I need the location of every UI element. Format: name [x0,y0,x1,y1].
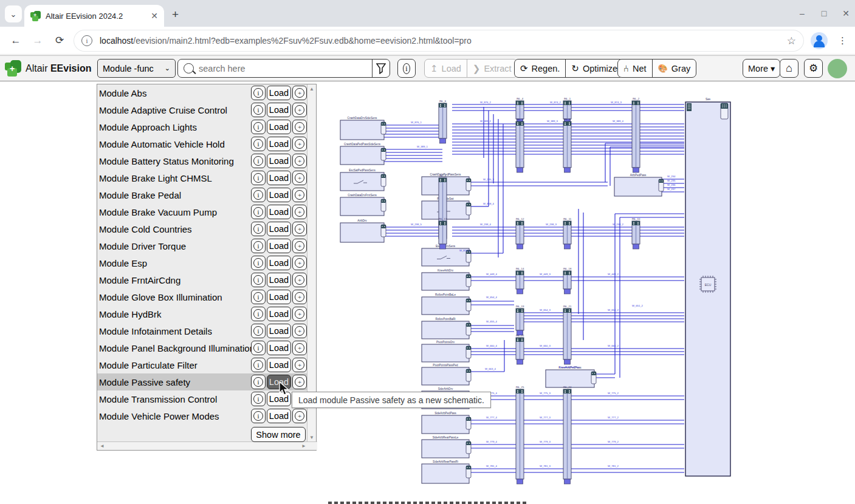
inline-connector-INL_12[interactable]: INL_12 [516,217,524,249]
inline-connector-INL_14[interactable]: INL_14 [516,267,524,294]
component-RollovPointBaRi[interactable]: RollovPointBaRi [422,318,471,339]
module-row[interactable]: Module Cold CountriesiLoad+ [97,220,308,237]
module-row[interactable]: Module Brake Light CHMSLiLoad+ [97,169,308,186]
info-button[interactable]: i [397,59,416,78]
search-input[interactable] [194,64,372,73]
browser-tab[interactable]: + Altair EEvision 2024.2 ✕ [24,5,164,27]
inline-connector-INL_6[interactable]: INL_6 [439,100,447,143]
component-EscSatPedPassSens[interactable]: EscSatPedPassSens [340,169,386,191]
module-load-button[interactable]: Load [267,358,291,372]
module-load-button[interactable]: Load [267,205,291,219]
module-add-button[interactable]: + [292,188,307,202]
inline-connector-INL_13[interactable]: INL_13 [439,217,447,249]
module-row[interactable]: Module FrntAirCdngiLoad+ [97,271,308,288]
module-info-button[interactable]: i [251,205,266,219]
module-row[interactable]: Module EspiLoad+ [97,254,308,271]
module-info-button[interactable]: i [251,273,266,287]
inline-connector-INL_25[interactable]: INL_25 [516,386,524,484]
module-load-button[interactable]: Load [267,103,291,117]
module-load-button[interactable]: Load [267,86,291,100]
component-CrashDataDrvSideSens[interactable]: CrashDataDrvSideSens [340,117,386,140]
window-close-button[interactable]: ✕ [837,6,855,21]
url-omnibox[interactable]: i localhost/eevision/main2.html?edb=exam… [74,30,803,51]
module-add-button[interactable]: + [292,290,307,304]
bookmark-star-icon[interactable]: ☆ [787,35,796,47]
inline-connector-INL_8[interactable]: INL_8 [563,118,571,172]
module-info-button[interactable]: i [251,137,266,151]
module-info-button[interactable]: i [251,154,266,168]
module-info-button[interactable]: i [251,324,266,338]
module-info-button[interactable]: i [251,358,266,372]
horizontal-scrollbar[interactable]: ◄ ► [97,441,317,450]
component-KneeAirbDrv[interactable]: KneeAirbDrv [422,269,471,291]
module-load-button[interactable]: Load [267,222,291,236]
module-add-button[interactable]: + [292,409,307,423]
component-AirbDrv[interactable]: AirbDrv [340,219,386,243]
module-row[interactable]: Module AbsiLoad+ [97,84,308,101]
module-load-button[interactable]: Load [267,171,291,185]
inline-connector-INL_18[interactable]: INL_18 [563,267,572,294]
module-add-button[interactable]: + [292,86,307,100]
module-row[interactable]: Module Driver TorqueiLoad+ [97,237,308,254]
module-add-button[interactable]: + [292,103,307,117]
module-info-button[interactable]: i [251,392,266,406]
search-mode-select[interactable]: Module -func ⌄ [97,59,176,78]
component-PivotPointsDrv[interactable]: PivotPointsDrv [422,341,471,363]
url-text[interactable]: localhost/eevision/main2.html?edb=exampl… [100,36,782,46]
component-SideAirbRearPassLe[interactable]: SideAirbRearPassLe [422,436,471,458]
module-add-button[interactable]: + [292,307,307,321]
module-add-button[interactable]: + [292,256,307,270]
reload-button[interactable]: ⟳ [52,33,67,48]
module-row[interactable]: Module Adaptive Cruise ControliLoad+ [97,101,308,118]
component-CrashDataPedPassSideSens[interactable]: CrashDataPedPassSideSens [340,143,386,165]
profile-avatar[interactable] [811,32,828,49]
new-tab-button[interactable]: + [172,8,179,21]
module-load-button[interactable]: Load [267,341,291,355]
inline-connector-INL_11[interactable]: INL_11 [563,217,572,249]
scroll-up-icon[interactable]: ▲ [309,86,314,92]
module-row[interactable]: Module Brake Vacuum PumpiLoad+ [97,203,308,220]
module-add-button[interactable]: + [292,341,307,355]
module-info-button[interactable]: i [251,171,266,185]
regen-button[interactable]: ⟳Regen. [515,60,565,77]
module-add-button[interactable]: + [292,375,307,389]
module-add-button[interactable]: + [292,222,307,236]
module-row[interactable]: Module HydBrkiLoad+ [97,305,308,322]
module-load-button[interactable]: Load [267,324,291,338]
tab-search-button[interactable]: ⌄ [5,5,22,22]
module-row[interactable]: Module Infotainment DetailsiLoad+ [97,322,308,339]
component-SideAirbRearPassRi[interactable]: SideAirbRearPassRi [422,460,471,484]
scroll-right-icon[interactable]: ► [301,443,306,449]
window-maximize-button[interactable]: □ [815,6,833,21]
module-row[interactable]: Module Passive safetyiLoad+ [97,373,308,390]
module-info-button[interactable]: i [251,103,266,117]
module-load-button[interactable]: Load [267,120,291,134]
component-EscSatDrvSens[interactable]: EscSatDrvSens [422,245,471,267]
more-button[interactable]: More ▾ [743,59,780,78]
module-info-button[interactable]: i [251,409,266,423]
component-AirbPedPass[interactable]: AirbPedPass [614,174,664,197]
site-info-icon[interactable]: i [81,35,92,46]
inline-connector-INL_19[interactable]: INL_19 [516,305,524,335]
browser-menu-icon[interactable]: ⋮ [838,33,846,48]
home-button[interactable]: ⌂ [780,59,798,78]
module-add-button[interactable]: + [292,273,307,287]
module-load-button[interactable]: Load [267,307,291,321]
module-row[interactable]: Module Panel Background IlluminationiLoa… [97,339,308,356]
inline-connector-INL_10[interactable]: INL_10 [632,217,640,249]
module-info-button[interactable]: i [251,222,266,236]
module-load-button[interactable]: Load [267,409,291,423]
component-KneeAirbPedPass[interactable]: KneeAirbPedPass [546,366,596,388]
module-add-button[interactable]: + [292,205,307,219]
inline-connector-INL_21[interactable]: INL_21 [563,305,572,364]
scroll-left-icon[interactable]: ◄ [100,443,105,449]
module-info-button[interactable]: i [251,375,266,389]
tab-close-icon[interactable]: ✕ [151,11,158,21]
status-circle[interactable] [828,59,847,78]
module-info-button[interactable]: i [251,341,266,355]
module-load-button[interactable]: Load [267,239,291,253]
module-row[interactable]: Module Automatic Vehicle HoldiLoad+ [97,135,308,152]
module-info-button[interactable]: i [251,86,266,100]
show-more-button[interactable]: Show more [251,427,306,442]
module-load-button[interactable]: Load [267,154,291,168]
